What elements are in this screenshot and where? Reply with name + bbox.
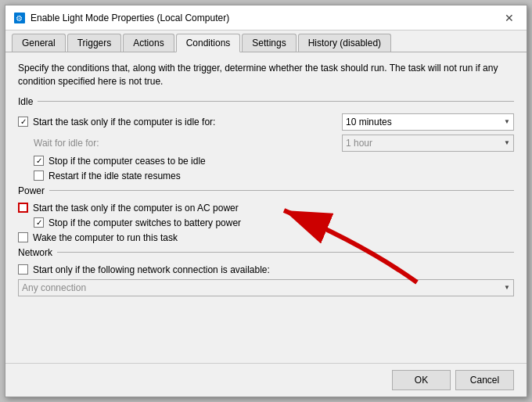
dialog-footer: OK Cancel bbox=[5, 363, 527, 397]
network-start-checkbox[interactable] bbox=[18, 264, 28, 275]
close-button[interactable]: ✕ bbox=[500, 10, 519, 26]
power-divider-line bbox=[49, 190, 514, 191]
title-bar-left: ⚙ Enable Light Mode Properties (Local Co… bbox=[13, 12, 229, 24]
tab-general[interactable]: General bbox=[12, 34, 66, 52]
network-label: Network bbox=[18, 247, 57, 258]
power-section-header: Power bbox=[18, 185, 514, 196]
idle-start-left: Start the task only if the computer is i… bbox=[18, 117, 215, 127]
idle-duration-dropdown[interactable]: 10 minutes ▼ bbox=[342, 113, 514, 131]
stop-if-idle-checkbox[interactable] bbox=[34, 156, 44, 166]
stop-on-battery-label: Stop if the computer switches to battery… bbox=[49, 217, 241, 228]
stop-on-battery-checkbox[interactable] bbox=[34, 217, 44, 228]
idle-label: Idle bbox=[18, 96, 38, 107]
idle-duration-value: 10 minutes bbox=[346, 117, 392, 127]
wake-computer-label: Wake the computer to run this task bbox=[33, 232, 178, 243]
wait-idle-arrow-icon: ▼ bbox=[504, 139, 510, 146]
description-text: Specify the conditions that, along with … bbox=[18, 62, 514, 88]
network-start-row: Start only if the following network conn… bbox=[18, 264, 514, 275]
restart-if-resumes-checkbox[interactable] bbox=[34, 170, 44, 181]
tab-triggers[interactable]: Triggers bbox=[67, 34, 122, 52]
ok-button[interactable]: OK bbox=[392, 370, 451, 390]
tab-actions[interactable]: Actions bbox=[123, 34, 174, 52]
title-bar: ⚙ Enable Light Mode Properties (Local Co… bbox=[5, 5, 527, 31]
stop-on-battery-row: Stop if the computer switches to battery… bbox=[18, 217, 514, 228]
cancel-button[interactable]: Cancel bbox=[455, 370, 514, 390]
wait-idle-left: Wait for idle for: bbox=[34, 138, 99, 149]
tab-history[interactable]: History (disabled) bbox=[298, 34, 391, 52]
tab-settings[interactable]: Settings bbox=[242, 34, 296, 52]
wake-computer-checkbox[interactable] bbox=[18, 232, 28, 242]
stop-if-idle-row: Stop if the computer ceases to be idle bbox=[18, 156, 514, 167]
wake-computer-row: Wake the computer to run this task bbox=[18, 232, 514, 243]
window-title: Enable Light Mode Properties (Local Comp… bbox=[31, 13, 229, 23]
idle-start-label: Start the task only if the computer is i… bbox=[33, 117, 215, 127]
wait-idle-dropdown[interactable]: 1 hour ▼ bbox=[342, 135, 514, 152]
wait-idle-value: 1 hour bbox=[346, 138, 372, 149]
stop-if-idle-label: Stop if the computer ceases to be idle bbox=[49, 156, 206, 167]
tab-bar: General Triggers Actions Conditions Sett… bbox=[5, 31, 527, 52]
idle-section-header: Idle bbox=[18, 96, 514, 107]
network-connection-value: Any connection bbox=[22, 282, 86, 293]
network-start-label: Start only if the following network conn… bbox=[33, 264, 270, 275]
start-on-ac-checkbox[interactable] bbox=[18, 203, 28, 213]
start-on-ac-row: Start the task only if the computer is o… bbox=[18, 203, 514, 214]
restart-if-resumes-row: Restart if the idle state resumes bbox=[18, 170, 514, 181]
network-connection-arrow-icon: ▼ bbox=[504, 284, 510, 291]
start-on-ac-label: Start the task only if the computer is o… bbox=[33, 203, 239, 214]
network-divider-line bbox=[57, 252, 514, 253]
network-connection-dropdown[interactable]: Any connection ▼ bbox=[18, 279, 514, 296]
wait-idle-row: Wait for idle for: 1 hour ▼ bbox=[18, 135, 514, 152]
app-icon: ⚙ bbox=[13, 12, 26, 24]
svg-text:⚙: ⚙ bbox=[16, 14, 23, 23]
idle-start-checkbox[interactable] bbox=[18, 117, 28, 127]
main-content: Specify the conditions that, along with … bbox=[5, 52, 527, 363]
restart-if-resumes-label: Restart if the idle state resumes bbox=[49, 170, 181, 181]
idle-divider-line bbox=[38, 101, 514, 102]
idle-start-row: Start the task only if the computer is i… bbox=[18, 113, 514, 131]
power-label: Power bbox=[18, 185, 49, 196]
power-options-container: Start the task only if the computer is o… bbox=[18, 203, 514, 243]
tab-conditions[interactable]: Conditions bbox=[176, 34, 241, 52]
wait-idle-label: Wait for idle for: bbox=[34, 138, 99, 149]
network-section-header: Network bbox=[18, 247, 514, 258]
dialog-window: ⚙ Enable Light Mode Properties (Local Co… bbox=[5, 5, 527, 397]
idle-duration-arrow-icon: ▼ bbox=[504, 118, 510, 125]
